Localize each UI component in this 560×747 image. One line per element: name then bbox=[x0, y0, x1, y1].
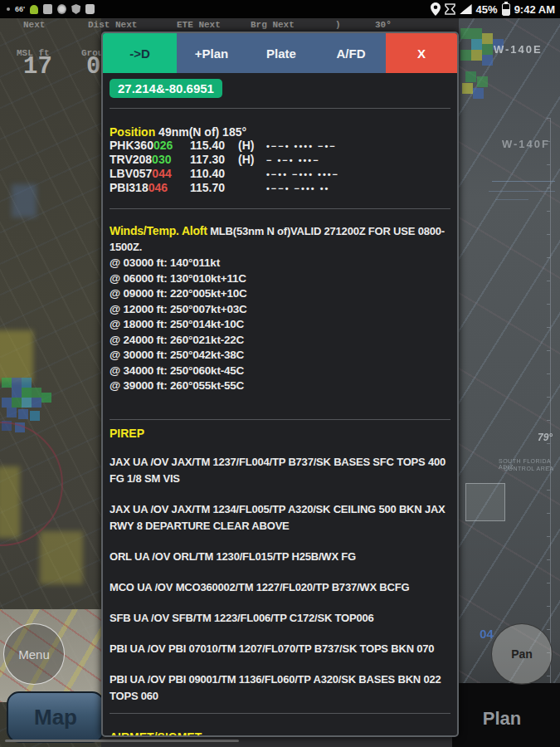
menu-button[interactable]: Menu bbox=[3, 623, 65, 685]
winds-aloft-list: @ 03000 ft: 140°011kt @ 06000 ft: 130°01… bbox=[110, 256, 450, 394]
pan-button[interactable]: Pan bbox=[491, 623, 553, 685]
pirep-report: PBI UA /OV PBI 07010/TM 1207/FL070/TP B7… bbox=[110, 641, 450, 657]
airspace-ring bbox=[0, 422, 63, 546]
hud-ete-next-label: ETE Next bbox=[177, 20, 221, 30]
navaid-freq: 115.70 bbox=[190, 181, 238, 195]
shield-app-icon bbox=[71, 4, 80, 14]
dialog-body: 27.214&-80.6951 Position 49nm(N of) 185°… bbox=[103, 73, 457, 737]
clipped-section-heading: AIRMET/SIGMET bbox=[110, 730, 202, 737]
chart-line bbox=[492, 181, 555, 182]
pirep-report: MCO UA /OV MCO360002/TM 1227/FL020/TP B7… bbox=[110, 579, 450, 596]
wind-level: @ 39000 ft: 260°055kt-55C bbox=[110, 378, 450, 394]
pirep-report: PBI UA /OV PBI 09001/TM 1136/FL060/TP A3… bbox=[110, 671, 450, 705]
tab-plan[interactable]: Plan bbox=[465, 702, 539, 735]
navaid-morse: •−•• −••• •••− bbox=[266, 167, 339, 181]
hud-heading-value: 30° bbox=[375, 20, 392, 30]
radar-overlay bbox=[460, 28, 471, 39]
wind-level: @ 09000 ft: 220°005kt+10C bbox=[110, 286, 450, 302]
navaid-row: LBV057044 110.40 •−•• −••• •••− bbox=[110, 167, 450, 181]
navaid-row: TRV208030 117.30 (H) − •−• •••− bbox=[110, 153, 450, 167]
navaid-row: PBI318046 115.70 •−−• −••• •• bbox=[110, 181, 450, 195]
hud-next-label: Next bbox=[23, 20, 45, 30]
bottom-scroll-hint bbox=[5, 740, 239, 742]
menu-button-label: Menu bbox=[18, 647, 50, 662]
hud-ground-value: 0 bbox=[86, 53, 100, 81]
signal-icon bbox=[460, 4, 472, 14]
divider bbox=[110, 108, 450, 109]
tab-map-label: Map bbox=[34, 705, 77, 730]
tab-plan-label: Plan bbox=[483, 708, 521, 730]
android-status-bar: 66' 45% 9:42 AM bbox=[0, 0, 560, 18]
wind-level: @ 06000 ft: 130°010kt+11C bbox=[110, 271, 450, 287]
location-icon bbox=[431, 2, 441, 16]
pirep-report: ORL UA /OV ORL/TM 1230/FL015/TP H25B/WX … bbox=[110, 549, 450, 565]
position-line: Position 49nm(N of) 185° bbox=[110, 125, 450, 139]
wind-level: @ 03000 ft: 140°011kt bbox=[110, 256, 450, 271]
briefcase-app-icon bbox=[85, 4, 95, 14]
navaid-radial: 026 bbox=[153, 139, 173, 152]
gps-searching-icon bbox=[445, 3, 455, 15]
battery-percent: 45% bbox=[476, 3, 498, 16]
navaid-morse: •−−• −••• •• bbox=[266, 181, 329, 195]
chart-line bbox=[489, 191, 555, 192]
waypoint-info-dialog: ->D +Plan Plate A/FD X 27.214&-80.6951 P… bbox=[101, 32, 459, 737]
plate-label: Plate bbox=[266, 46, 296, 61]
pan-button-label: Pan bbox=[511, 647, 533, 661]
navaid-class: (H) bbox=[238, 139, 266, 153]
navaid-radial: 046 bbox=[149, 181, 168, 194]
battery-icon bbox=[502, 3, 510, 16]
winds-aloft-heading-line: Winds/Temp. Aloft MLB(53nm N of)VALID 27… bbox=[110, 223, 450, 255]
navaid-id: PHK360 bbox=[110, 139, 153, 152]
wind-level: @ 18000 ft: 250°014kt-10C bbox=[110, 317, 450, 333]
winds-aloft-heading: Winds/Temp. Aloft bbox=[110, 224, 207, 237]
navaid-radial: 030 bbox=[152, 153, 171, 166]
afd-button[interactable]: A/FD bbox=[316, 33, 386, 73]
control-area-label: CONTROL AREA bbox=[504, 466, 554, 471]
warning-area-label: W-140E bbox=[494, 43, 543, 56]
chart-info-box bbox=[465, 483, 505, 521]
chart-meridian bbox=[550, 118, 551, 699]
wind-level: @ 12000 ft: 250°007kt+03C bbox=[110, 302, 450, 318]
coordinates-badge[interactable]: 27.214&-80.6951 bbox=[110, 79, 222, 98]
navaid-freq: 110.40 bbox=[190, 167, 238, 181]
navaid-id: TRV208 bbox=[110, 153, 152, 166]
pirep-heading: PIREP bbox=[110, 427, 450, 440]
wind-level: @ 24000 ft: 260°021kt-22C bbox=[110, 333, 450, 349]
direct-to-button[interactable]: ->D bbox=[103, 33, 177, 73]
navaid-freq: 117.30 bbox=[190, 153, 238, 167]
notification-icons: 66' bbox=[0, 4, 95, 14]
add-plan-button[interactable]: +Plan bbox=[177, 33, 246, 73]
chart-yellow-area bbox=[40, 531, 83, 584]
grid-number: 04 bbox=[480, 627, 494, 641]
hud-bracket: ) bbox=[335, 20, 341, 30]
system-status-icons: 45% 9:42 AM bbox=[431, 2, 560, 16]
direct-to-label: ->D bbox=[129, 46, 150, 61]
navaid-class bbox=[238, 181, 266, 195]
navaid-id: PBI318 bbox=[110, 181, 149, 194]
close-icon: X bbox=[417, 46, 426, 61]
pirep-report: SFB UA /OV SFB/TM 1223/FL006/TP C172/SK … bbox=[110, 610, 450, 627]
chart-water-area bbox=[12, 184, 37, 217]
chart-line bbox=[495, 199, 528, 200]
add-plan-label: +Plan bbox=[195, 46, 228, 61]
close-button[interactable]: X bbox=[386, 33, 457, 73]
tab-map[interactable]: Map bbox=[7, 691, 105, 743]
wind-level: @ 30000 ft: 250°042kt-38C bbox=[110, 348, 450, 364]
android-icon bbox=[30, 5, 38, 14]
plate-button[interactable]: Plate bbox=[246, 33, 316, 73]
chart-yellow-area bbox=[0, 330, 33, 382]
divider bbox=[110, 713, 450, 714]
navaid-class: (H) bbox=[238, 153, 266, 167]
afd-label: A/FD bbox=[337, 46, 366, 61]
maps-app-icon bbox=[43, 4, 52, 14]
hud-dist-next-label: Dist Next bbox=[88, 20, 137, 30]
navaid-radial: 044 bbox=[152, 167, 171, 180]
pirep-report: JAX UA /OV JAX/TM 1234/FL005/TP A320/SK … bbox=[110, 501, 450, 535]
divider bbox=[110, 419, 450, 420]
hud-brg-next-label: Brg Next bbox=[251, 20, 295, 30]
navaid-morse: − •−• •••− bbox=[266, 153, 320, 167]
temperature-icon: 66' bbox=[15, 5, 25, 13]
navaid-row: PHK360026 115.40 (H) •−−• •••• −•− bbox=[110, 139, 450, 153]
warning-area-label: W-140F bbox=[502, 138, 550, 150]
hud-msl-value: 17 bbox=[23, 53, 52, 81]
